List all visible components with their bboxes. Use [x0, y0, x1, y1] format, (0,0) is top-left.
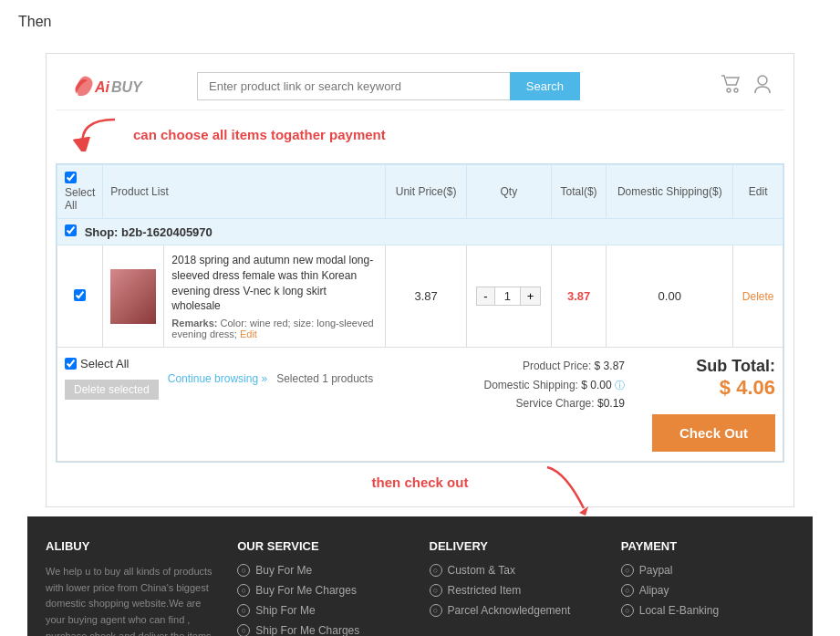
- bullet-icon: ○: [237, 564, 250, 577]
- footer-link-paypal[interactable]: ○ Paypal: [621, 564, 794, 577]
- delete-selected-button[interactable]: Delete selected: [65, 380, 159, 400]
- col-edit: Edit: [733, 165, 783, 219]
- footer-link-buy-for-me-charges[interactable]: ○ Buy For Me Charges: [237, 584, 410, 597]
- svg-text:Ai: Ai: [94, 79, 110, 95]
- footer-link-alipay[interactable]: ○ Alipay: [621, 584, 794, 597]
- delete-link[interactable]: Delete: [742, 290, 774, 303]
- cart-icon[interactable]: [721, 75, 741, 98]
- footer-col-services: OUR SERVICE ○ Buy For Me ○ Buy For Me Ch…: [237, 539, 410, 636]
- bullet-icon: ○: [237, 624, 250, 636]
- svg-point-2: [727, 89, 731, 92]
- col-product-list: Product List: [103, 165, 386, 219]
- search-button[interactable]: Search: [510, 72, 580, 100]
- bullet-icon: ○: [430, 584, 442, 597]
- qty-cell: - 1 +: [466, 245, 551, 348]
- bullet-icon: ○: [237, 584, 250, 597]
- qty-plus-button[interactable]: +: [521, 287, 541, 305]
- page-title: Then: [0, 0, 840, 35]
- footer-alibuy-title: ALIBUY: [46, 539, 219, 553]
- subtotal-block: Sub Total: $ 4.06 Check Out: [652, 357, 775, 452]
- svg-point-3: [734, 89, 738, 92]
- select-all-row: Select All: [65, 357, 159, 370]
- table-row: 2018 spring and autumn new modal long-sl…: [57, 245, 783, 348]
- footer-col-payment: PAYMENT ○ Paypal ○ Alipay ○ Local E-Bank…: [621, 539, 794, 636]
- product-remarks: Remarks: Color: wine red; size: long-sle…: [171, 318, 378, 339]
- selected-count: Selected 1 products: [276, 372, 373, 385]
- product-edit-link[interactable]: Edit: [240, 328, 257, 339]
- cart-table: Select All Product List Unit Price($) Qt…: [57, 164, 783, 348]
- cart-footer-left: Select All Delete selected Continue brow…: [65, 357, 373, 400]
- bullet-icon: ○: [237, 604, 250, 617]
- info-icon: ⓘ: [615, 380, 625, 391]
- shop-checkbox[interactable]: [65, 224, 77, 236]
- bullet-icon: ○: [621, 584, 634, 597]
- logo: Ai BUY: [69, 70, 151, 102]
- domestic-shipping-cell: 0.00: [607, 245, 733, 348]
- total-price-cell: 3.87: [551, 245, 606, 348]
- search-input[interactable]: [197, 72, 510, 100]
- product-image: [110, 269, 156, 324]
- unit-price-cell: 3.87: [386, 245, 466, 348]
- product-description: 2018 spring and autumn new modal long-sl…: [171, 253, 378, 314]
- footer-link-buy-for-me[interactable]: ○ Buy For Me: [237, 564, 410, 577]
- cart-footer-right: Product Price: $ 3.87 Domestic Shipping:…: [484, 357, 775, 452]
- footer-link-ship-for-me-charges[interactable]: ○ Ship For Me Charges: [237, 624, 410, 636]
- qty-control: - 1 +: [476, 287, 541, 306]
- footer-col-delivery: DELIVERY ○ Custom & Tax ○ Restricted Ite…: [430, 539, 603, 636]
- header-icons: [721, 75, 771, 98]
- bullet-icon: ○: [621, 564, 634, 577]
- col-total: Total($): [551, 165, 606, 219]
- shop-name: Shop: b2b-1620405970: [85, 225, 213, 239]
- annotation-area: can choose all items togather payment: [56, 110, 784, 159]
- product-checkbox[interactable]: [74, 289, 86, 301]
- select-all-checkbox-footer[interactable]: [65, 358, 77, 370]
- cart-wrapper: Select All Product List Unit Price($) Qt…: [56, 163, 784, 463]
- annotation-text: can choose all items togather payment: [133, 127, 386, 142]
- footer-link-restricted-item[interactable]: ○ Restricted Item: [430, 584, 603, 597]
- subtotal-value: $ 4.06: [652, 376, 775, 400]
- footer-link-local-ebanking[interactable]: ○ Local E-Banking: [621, 604, 794, 617]
- domestic-shipping-row: Domestic Shipping: $ 0.00 ⓘ: [484, 376, 625, 394]
- subtotal-label: Sub Total:: [652, 357, 775, 376]
- footer-payment-title: PAYMENT: [621, 539, 794, 553]
- bullet-icon: ○: [430, 564, 442, 577]
- site-footer: ALIBUY We help u to buy all kinds of pro…: [27, 516, 813, 636]
- shop-row: Shop: b2b-1620405970: [57, 219, 783, 245]
- qty-value: 1: [494, 287, 521, 305]
- select-all-checkbox-header[interactable]: [65, 172, 77, 183]
- user-icon[interactable]: [754, 75, 771, 98]
- footer-about-text: We help u to buy all kinds of products w…: [46, 564, 219, 636]
- col-qty: Qty: [466, 165, 551, 219]
- bullet-icon: ○: [621, 604, 634, 617]
- footer-delivery-title: DELIVERY: [430, 539, 603, 553]
- annotation2: then check out: [56, 467, 784, 497]
- bullet-icon: ○: [430, 604, 442, 617]
- col-select-all: Select All: [57, 165, 103, 219]
- continue-browsing[interactable]: Continue browsing »: [168, 372, 267, 385]
- product-price-row: Product Price: $ 3.87: [484, 357, 625, 375]
- cart-footer: Select All Delete selected Continue brow…: [57, 348, 783, 462]
- footer-link-ship-for-me[interactable]: ○ Ship For Me: [237, 604, 410, 617]
- svg-text:BUY: BUY: [111, 79, 143, 95]
- col-domestic: Domestic Shipping($): [607, 165, 733, 219]
- qty-minus-button[interactable]: -: [477, 287, 493, 305]
- svg-point-4: [758, 76, 767, 85]
- footer-services-title: OUR SERVICE: [237, 539, 410, 553]
- footer-link-custom-tax[interactable]: ○ Custom & Tax: [430, 564, 603, 577]
- footer-col-about: ALIBUY We help u to buy all kinds of pro…: [46, 539, 219, 636]
- col-unit-price: Unit Price($): [386, 165, 466, 219]
- checkout-button[interactable]: Check Out: [652, 414, 775, 452]
- service-charge-row: Service Charge: $0.19: [484, 394, 625, 412]
- footer-link-parcel-acknowledgement[interactable]: ○ Parcel Acknowledgement: [430, 604, 603, 617]
- summary-block: Product Price: $ 3.87 Domestic Shipping:…: [484, 357, 625, 412]
- footer-grid: ALIBUY We help u to buy all kinds of pro…: [46, 539, 794, 636]
- header: Ai BUY Search: [56, 63, 784, 110]
- search-bar: Search: [197, 72, 580, 100]
